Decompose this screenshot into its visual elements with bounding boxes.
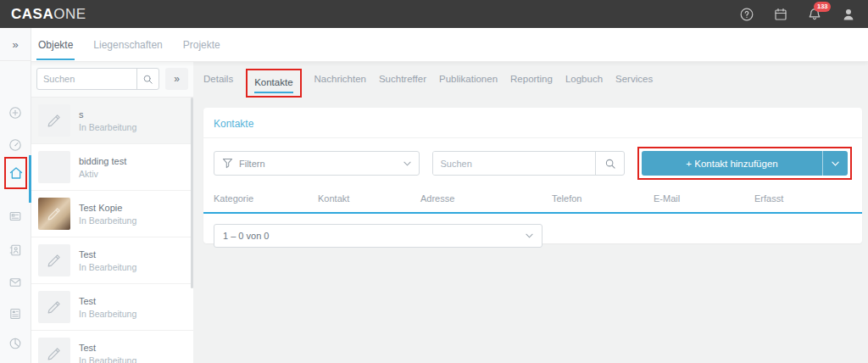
notification-badge: 133 bbox=[814, 2, 831, 12]
column-header: Telefon bbox=[552, 193, 581, 204]
object-status: In Bearbeitung bbox=[79, 309, 136, 319]
publications-icon[interactable] bbox=[8, 307, 22, 321]
add-contact-button[interactable]: + Kontakt hinzufügen bbox=[642, 151, 822, 176]
tab-objekte[interactable]: Objekte bbox=[38, 28, 73, 61]
calendar-icon[interactable] bbox=[773, 7, 788, 22]
notifications-icon[interactable]: 133 bbox=[807, 7, 822, 22]
reporting-icon[interactable] bbox=[8, 337, 22, 350]
object-title: Test bbox=[79, 249, 136, 260]
object-status: In Bearbeitung bbox=[79, 262, 136, 272]
list-search bbox=[36, 68, 159, 90]
blank-thumbnail bbox=[38, 151, 70, 183]
tab-liegenschaften[interactable]: Liegenschaften bbox=[93, 28, 162, 61]
chevron-double-right-icon: » bbox=[174, 73, 180, 85]
pencil-icon bbox=[38, 291, 70, 323]
add-icon[interactable] bbox=[8, 106, 22, 120]
module-tabbar: Objekte Liegenschaften Projekte bbox=[0, 28, 868, 61]
list-item[interactable]: TestIn Bearbeitung bbox=[31, 237, 193, 284]
object-status: Aktiv bbox=[79, 169, 126, 179]
contact-search-input[interactable] bbox=[433, 152, 595, 175]
pencil-icon bbox=[38, 104, 70, 137]
object-list-panel: » sIn Bearbeitung bidding testAktiv Test… bbox=[31, 61, 193, 363]
table-header-row: Kategorie Kontakt Adresse Telefon E-Mail… bbox=[203, 193, 862, 209]
object-status: In Bearbeitung bbox=[79, 215, 136, 226]
pagination-value: 1 – 0 von 0 bbox=[223, 231, 269, 241]
column-header: Kategorie bbox=[214, 193, 253, 204]
pagination-dropdown[interactable]: 1 – 0 von 0 bbox=[214, 224, 542, 248]
contact-search bbox=[432, 151, 625, 176]
tab-objekte-label: Objekte bbox=[38, 39, 73, 51]
tab-suchtreffer[interactable]: Suchtreffer bbox=[379, 69, 426, 84]
table-header-rule bbox=[203, 212, 862, 214]
detail-tabbar: Details Kontakte Nachrichten Suchtreffer… bbox=[193, 61, 868, 98]
search-icon[interactable] bbox=[136, 69, 159, 89]
list-scrollbar[interactable] bbox=[191, 98, 193, 288]
object-title: s bbox=[79, 109, 136, 120]
tab-projekte[interactable]: Projekte bbox=[183, 28, 220, 61]
chevron-double-right-icon: » bbox=[12, 38, 18, 51]
active-nav-indicator bbox=[29, 155, 31, 203]
chevron-down-icon bbox=[526, 233, 533, 238]
list-item[interactable]: Test KopieIn Bearbeitung bbox=[31, 191, 193, 237]
dashboard-icon[interactable] bbox=[8, 138, 22, 152]
logo-light: ONE bbox=[53, 6, 86, 22]
tab-nachrichten[interactable]: Nachrichten bbox=[314, 69, 366, 84]
object-status: In Bearbeitung bbox=[79, 122, 136, 132]
panel-collapse-button[interactable]: » bbox=[165, 68, 188, 90]
section-title: Kontakte bbox=[203, 108, 862, 137]
app-logo: CASAONE bbox=[11, 6, 86, 23]
column-header: Adresse bbox=[420, 193, 454, 204]
object-title: Test Kopie bbox=[79, 203, 136, 213]
tab-liegenschaften-label: Liegenschaften bbox=[93, 39, 162, 51]
tab-services[interactable]: Services bbox=[615, 69, 653, 84]
chevron-down-icon bbox=[403, 161, 411, 166]
tab-details[interactable]: Details bbox=[203, 69, 233, 84]
object-title: Test bbox=[79, 296, 136, 306]
main-content: Details Kontakte Nachrichten Suchtreffer… bbox=[193, 61, 868, 363]
annotation-box-home bbox=[4, 157, 27, 189]
contacts-icon[interactable] bbox=[8, 243, 22, 257]
app-header: CASAONE 133 bbox=[0, 0, 868, 28]
list-item[interactable]: bidding testAktiv bbox=[31, 144, 193, 191]
icon-sidebar: » bbox=[0, 28, 31, 363]
pencil-icon bbox=[38, 338, 70, 363]
user-icon[interactable] bbox=[841, 7, 856, 22]
list-item[interactable]: TestIn Bearbeitung bbox=[31, 284, 193, 331]
search-icon[interactable] bbox=[595, 152, 624, 175]
help-icon[interactable] bbox=[739, 7, 754, 22]
kontakte-card: Kontakte Filtern + Kontakt hinzufügen bbox=[203, 108, 862, 243]
logo-bold: CASA bbox=[11, 6, 53, 22]
filter-placeholder: Filtern bbox=[239, 159, 265, 169]
object-title: Test bbox=[79, 343, 136, 353]
pencil-icon bbox=[38, 244, 70, 276]
tab-publikationen[interactable]: Publikationen bbox=[439, 69, 498, 84]
add-contact-dropdown-toggle[interactable] bbox=[822, 151, 848, 176]
photo-thumbnail bbox=[38, 198, 70, 230]
column-header: Kontakt bbox=[318, 193, 349, 204]
list-search-input[interactable] bbox=[37, 69, 136, 89]
tab-projekte-label: Projekte bbox=[183, 39, 220, 51]
objects-icon[interactable] bbox=[8, 209, 22, 223]
tab-logbuch[interactable]: Logbuch bbox=[565, 69, 603, 84]
chevron-down-icon bbox=[832, 161, 839, 166]
tab-kontakte[interactable]: Kontakte bbox=[254, 77, 292, 93]
list-item[interactable]: TestIn Bearbeitung bbox=[31, 331, 193, 363]
column-header: E-Mail bbox=[654, 193, 680, 204]
mail-icon[interactable] bbox=[8, 276, 22, 289]
funnel-icon bbox=[222, 158, 233, 169]
column-header: Erfasst bbox=[754, 193, 783, 204]
filter-dropdown[interactable]: Filtern bbox=[214, 151, 420, 176]
object-status: In Bearbeitung bbox=[79, 355, 136, 363]
annotation-box-kontakte: Kontakte bbox=[246, 69, 301, 98]
filter-row: Filtern + Kontakt hinzufügen bbox=[203, 138, 862, 180]
tab-reporting[interactable]: Reporting bbox=[510, 69, 553, 84]
home-icon[interactable] bbox=[8, 165, 24, 181]
object-title: bidding test bbox=[79, 156, 126, 166]
annotation-box-add-contact: + Kontakt hinzufügen bbox=[637, 147, 852, 180]
sidebar-collapse-button[interactable]: » bbox=[0, 28, 31, 61]
list-search-row: » bbox=[31, 61, 193, 98]
list-item[interactable]: sIn Bearbeitung bbox=[31, 98, 193, 144]
